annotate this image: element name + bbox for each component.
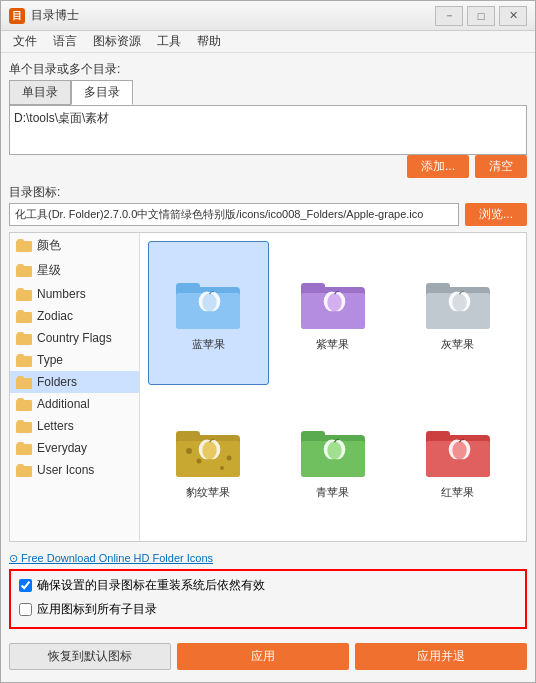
sidebar-item-color[interactable]: 颜色 [10,233,139,258]
clear-button[interactable]: 清空 [475,155,527,178]
sidebar-item-additional[interactable]: Additional [10,393,139,415]
main-window: 目 目录博士 － □ ✕ 文件 语言 图标资源 工具 帮助 单个目录或多个目录:… [0,0,536,683]
maximize-button[interactable]: □ [467,6,495,26]
folder-icon [16,442,32,455]
icon-cell-leopard[interactable]: 豹纹苹果 [148,389,269,533]
directory-label: 单个目录或多个目录: [9,61,527,78]
icon-grid: 蓝苹果 紫苹果 [140,233,526,541]
checkbox-row-1: 确保设置的目录图标在重装系统后依然有效 [15,575,521,596]
directory-section: 单个目录或多个目录: 单目录 多目录 D:\tools\桌面\素材 添加... … [9,61,527,178]
apple-folder-green-svg [299,423,367,481]
apply-exit-button[interactable]: 应用并退 [355,643,527,670]
restore-default-button[interactable]: 恢复到默认图标 [9,643,171,670]
svg-point-25 [220,466,224,470]
checkbox-label-2: 应用图标到所有子目录 [37,601,157,618]
apple-folder-gray-svg [424,275,492,333]
icon-cell-purple[interactable]: 紫苹果 [273,241,394,385]
checkbox-label-1: 确保设置的目录图标在重装系统后依然有效 [37,577,265,594]
sidebar-label-color: 颜色 [37,237,61,254]
apple-folder-leopard-svg [174,423,242,481]
checkboxes-container: 确保设置的目录图标在重装系统后依然有效 应用图标到所有子目录 [9,569,527,629]
folder-icon [16,332,32,345]
svg-point-24 [227,455,232,460]
menu-language[interactable]: 语言 [45,31,85,52]
apple-folder-red-svg [424,423,492,481]
window-title: 目录博士 [31,7,435,24]
icon-cell-green[interactable]: 青苹果 [273,389,394,533]
icon-label-green: 青苹果 [316,485,349,500]
svg-rect-31 [301,431,325,441]
tab-multi[interactable]: 多目录 [71,80,133,105]
menu-help[interactable]: 帮助 [189,31,229,52]
icon-path-label: 目录图标: [9,184,527,201]
directory-buttons: 添加... 清空 [9,155,527,178]
folder-icon [16,420,32,433]
folder-icon [16,288,32,301]
add-button[interactable]: 添加... [407,155,469,178]
checkbox-row-2: 应用图标到所有子目录 [15,599,521,620]
sidebar-label-country-flags: Country Flags [37,331,112,345]
icon-label-purple: 紫苹果 [316,337,349,352]
apply-button[interactable]: 应用 [177,643,349,670]
svg-point-11 [327,293,341,311]
icon-cell-red[interactable]: 红苹果 [397,389,518,533]
sidebar-item-star[interactable]: 星级 [10,258,139,283]
svg-point-40 [452,441,466,459]
icon-label-blue: 蓝苹果 [192,337,225,352]
free-download-link[interactable]: ⊙ Free Download Online HD Folder Icons [9,552,527,565]
browse-button[interactable]: 浏览... [465,203,527,226]
bottom-section: ⊙ Free Download Online HD Folder Icons 确… [9,548,527,633]
icon-path-section: 目录图标: 化工具(Dr. Folder)2.7.0.0中文情箭绿色特别版/ic… [9,184,527,226]
tab-row: 单目录 多目录 [9,80,527,105]
folder-icon [16,239,32,252]
sidebar-label-additional: Additional [37,397,90,411]
icon-cell-blue[interactable]: 蓝苹果 [148,241,269,385]
menu-tools[interactable]: 工具 [149,31,189,52]
sidebar-label-everyday: Everyday [37,441,87,455]
icon-path-display: 化工具(Dr. Folder)2.7.0.0中文情箭绿色特别版/icons/ic… [9,203,459,226]
apple-folder-purple-svg [299,275,367,333]
sidebar-item-numbers[interactable]: Numbers [10,283,139,305]
action-buttons: 恢复到默认图标 应用 应用并退 [9,639,527,674]
sidebar-label-numbers: Numbers [37,287,86,301]
sidebar-item-letters[interactable]: Letters [10,415,139,437]
checkbox-apply-subdirs[interactable] [19,603,32,616]
icon-label-gray: 灰苹果 [441,337,474,352]
sidebar-item-type[interactable]: Type [10,349,139,371]
icon-label-leopard: 豹纹苹果 [186,485,230,500]
checkbox-persist-icons[interactable] [19,579,32,592]
folder-icon [16,354,32,367]
svg-point-17 [452,293,466,311]
minimize-button[interactable]: － [435,6,463,26]
app-icon: 目 [9,8,25,24]
folder-icon [16,398,32,411]
tab-single[interactable]: 单目录 [9,80,71,105]
folder-icon [16,310,32,323]
sidebar-item-folders[interactable]: Folders [10,371,139,393]
menu-icon-resources[interactable]: 图标资源 [85,31,149,52]
sidebar-label-star: 星级 [37,262,61,279]
icon-cell-gray[interactable]: 灰苹果 [397,241,518,385]
sidebar-label-zodiac: Zodiac [37,309,73,323]
sidebar-item-user-icons[interactable]: User Icons [10,459,139,481]
main-area: 颜色 星级 Numbers Zodiac Country Flags [9,232,527,542]
close-button[interactable]: ✕ [499,6,527,26]
sidebar-item-everyday[interactable]: Everyday [10,437,139,459]
directory-input-area[interactable]: D:\tools\桌面\素材 [9,105,527,155]
sidebar-label-letters: Letters [37,419,74,433]
svg-point-28 [203,441,217,459]
sidebar-label-user-icons: User Icons [37,463,94,477]
sidebar: 颜色 星级 Numbers Zodiac Country Flags [10,233,140,541]
apple-folder-blue-svg [174,275,242,333]
sidebar-label-folders: Folders [37,375,77,389]
sidebar-item-zodiac[interactable]: Zodiac [10,305,139,327]
menu-bar: 文件 语言 图标资源 工具 帮助 [1,31,535,53]
menu-file[interactable]: 文件 [5,31,45,52]
sidebar-item-country-flags[interactable]: Country Flags [10,327,139,349]
folder-icon [16,264,32,277]
svg-rect-14 [426,283,450,293]
svg-point-21 [186,448,192,454]
icon-label-red: 红苹果 [441,485,474,500]
directory-path: D:\tools\桌面\素材 [14,110,522,127]
svg-point-5 [203,293,217,311]
